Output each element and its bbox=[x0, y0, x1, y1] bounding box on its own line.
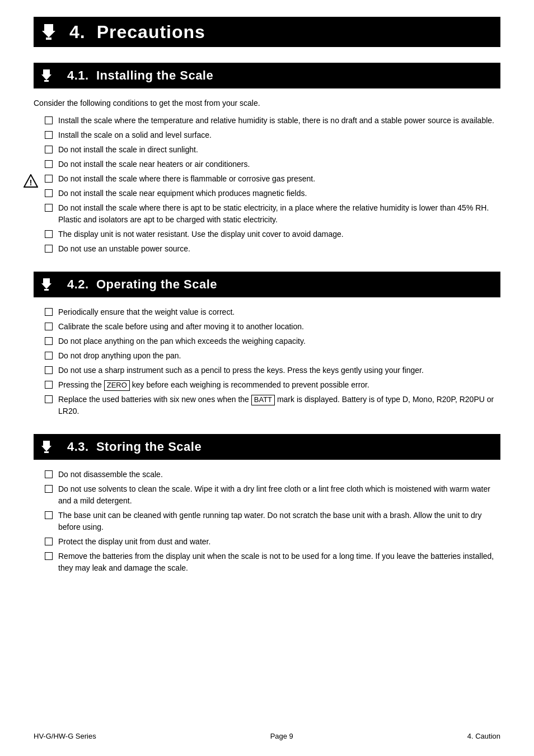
bullet-list-4-1: Install the scale where the temperature … bbox=[45, 115, 500, 255]
list-item-text: Do not drop anything upon the pan. bbox=[58, 350, 500, 362]
bullet-square bbox=[45, 470, 53, 478]
subsection-title-4-1: 4.1. Installing the Scale bbox=[59, 68, 213, 83]
bullet-square bbox=[45, 552, 53, 560]
subsection-4-1: 4.1. Installing the Scale Consider the f… bbox=[34, 63, 500, 255]
list-item: Calibrate the scale before using and aft… bbox=[45, 321, 500, 333]
bullet-square bbox=[45, 146, 53, 153]
bullet-square bbox=[45, 381, 53, 389]
svg-rect-13 bbox=[44, 451, 49, 453]
bullet-square bbox=[45, 485, 53, 493]
list-item-text: Do not use a sharp instrument such as a … bbox=[58, 365, 500, 376]
list-item: Do not disassemble the scale. bbox=[45, 469, 500, 480]
bullet-square bbox=[45, 204, 53, 212]
list-item-text: Do not install the scale near equipment … bbox=[58, 188, 500, 199]
warning-triangle-icon: ! bbox=[24, 174, 38, 188]
list-item: The display unit is not water resistant.… bbox=[45, 228, 500, 240]
list-item-text: The display unit is not water resistant.… bbox=[58, 228, 500, 240]
list-item-text: Periodically ensure that the weight valu… bbox=[58, 306, 500, 318]
list-item: Periodically ensure that the weight valu… bbox=[45, 306, 500, 318]
footer-left: HV-G/HW-G Series bbox=[34, 732, 96, 740]
list-item-text: Do not install the scale near heaters or… bbox=[58, 158, 500, 170]
list-item-text: Do not place anything on the pan which e… bbox=[58, 335, 500, 347]
svg-rect-2 bbox=[46, 38, 51, 40]
main-section-title-text: Precautions bbox=[91, 22, 205, 43]
bullet-square bbox=[45, 352, 53, 360]
list-item-text: Replace the used batteries with six new … bbox=[58, 394, 500, 417]
list-item-text: Do not install the scale in direct sunli… bbox=[58, 144, 500, 156]
bullet-square bbox=[45, 189, 53, 197]
subsection-title-4-3: 4.3. Storing the Scale bbox=[59, 440, 202, 454]
bullet-square bbox=[45, 366, 53, 374]
list-item-warning: ! Do not install the scale where there i… bbox=[45, 173, 500, 185]
list-item: Remove the batteries from the display un… bbox=[45, 550, 500, 574]
bullet-square bbox=[45, 538, 53, 545]
bullet-square bbox=[45, 308, 53, 316]
subsection-icon-svg-4-3 bbox=[39, 439, 54, 455]
list-item-text: Pressing the ZERO key before each weighi… bbox=[58, 379, 500, 391]
subsection-icon-4-2 bbox=[34, 272, 59, 297]
subsection-icon-svg-4-2 bbox=[39, 277, 54, 292]
list-item: Do not place anything on the pan which e… bbox=[45, 335, 500, 347]
zero-key-label: ZERO bbox=[104, 380, 130, 391]
footer-right: 4. Caution bbox=[467, 732, 500, 740]
bullet-square bbox=[45, 230, 53, 238]
list-item-text: Do not install the scale where there is … bbox=[58, 173, 500, 185]
bullet-square bbox=[45, 131, 53, 139]
svg-rect-10 bbox=[44, 289, 49, 291]
subsection-header-4-3: 4.3. Storing the Scale bbox=[34, 434, 500, 460]
page-footer: HV-G/HW-G Series Page 9 4. Caution bbox=[0, 732, 534, 740]
subsection-icon-4-3 bbox=[34, 434, 59, 460]
list-item-text: The base unit can be cleaned with gentle… bbox=[58, 510, 500, 533]
list-item-text: Calibrate the scale before using and aft… bbox=[58, 321, 500, 333]
bullet-square bbox=[45, 337, 53, 345]
bullet-square bbox=[45, 245, 53, 253]
list-item: Do not install the scale near equipment … bbox=[45, 188, 500, 199]
bullet-square bbox=[45, 511, 53, 519]
list-item: Do not use solvents to clean the scale. … bbox=[45, 483, 500, 507]
list-item-text: Do not disassemble the scale. bbox=[58, 469, 500, 480]
main-section-header: 4. Precautions bbox=[34, 17, 500, 47]
list-item-text: Do not install the scale where there is … bbox=[58, 202, 500, 226]
subsection-header-4-2: 4.2. Operating the Scale bbox=[34, 272, 500, 297]
batt-key-label: BATT bbox=[251, 395, 275, 405]
subsection-4-2: 4.2. Operating the Scale Periodically en… bbox=[34, 272, 500, 417]
bullet-square bbox=[45, 116, 53, 124]
list-item: Do not install the scale in direct sunli… bbox=[45, 144, 500, 156]
list-item-text: Do not use an unstable power source. bbox=[58, 243, 500, 255]
list-item: Do not drop anything upon the pan. bbox=[45, 350, 500, 362]
list-item-text: Install the scale where the temperature … bbox=[58, 115, 500, 127]
list-item-text: Install the scale on a solid and level s… bbox=[58, 129, 500, 141]
bullet-square bbox=[45, 395, 53, 403]
list-item: Do not install the scale near heaters or… bbox=[45, 158, 500, 170]
svg-text:!: ! bbox=[30, 178, 32, 187]
list-item: The base unit can be cleaned with gentle… bbox=[45, 510, 500, 533]
list-item: Replace the used batteries with six new … bbox=[45, 394, 500, 417]
list-item-text: Remove the batteries from the display un… bbox=[58, 550, 500, 574]
list-item-text: Do not use solvents to clean the scale. … bbox=[58, 483, 500, 507]
subsection-header-4-1: 4.1. Installing the Scale bbox=[34, 63, 500, 88]
main-section-title: 4. bbox=[64, 22, 86, 43]
list-item: Install the scale on a solid and level s… bbox=[45, 129, 500, 141]
svg-rect-5 bbox=[44, 80, 49, 82]
footer-center: Page 9 bbox=[270, 732, 293, 740]
bullet-square bbox=[45, 323, 53, 330]
bullet-square bbox=[45, 175, 53, 183]
subsection-icon-4-1 bbox=[34, 63, 59, 88]
list-item: Do not use an unstable power source. bbox=[45, 243, 500, 255]
main-section-icon bbox=[34, 17, 64, 47]
subsection-4-3: 4.3. Storing the Scale Do not disassembl… bbox=[34, 434, 500, 574]
bullet-list-4-3: Do not disassemble the scale. Do not use… bbox=[45, 469, 500, 574]
list-item: Protect the display unit from dust and w… bbox=[45, 536, 500, 548]
list-item-text: Protect the display unit from dust and w… bbox=[58, 536, 500, 548]
subsection-title-4-2: 4.2. Operating the Scale bbox=[59, 277, 217, 292]
list-item: Do not use a sharp instrument such as a … bbox=[45, 365, 500, 376]
bullet-square bbox=[45, 160, 53, 168]
list-item: Pressing the ZERO key before each weighi… bbox=[45, 379, 500, 391]
section-icon-svg bbox=[39, 22, 59, 42]
subsection-intro-4-1: Consider the following conditions to get… bbox=[34, 97, 500, 109]
subsection-icon-svg-4-1 bbox=[39, 68, 54, 83]
list-item: Install the scale where the temperature … bbox=[45, 115, 500, 127]
bullet-list-4-2: Periodically ensure that the weight valu… bbox=[45, 306, 500, 417]
list-item: Do not install the scale where there is … bbox=[45, 202, 500, 226]
